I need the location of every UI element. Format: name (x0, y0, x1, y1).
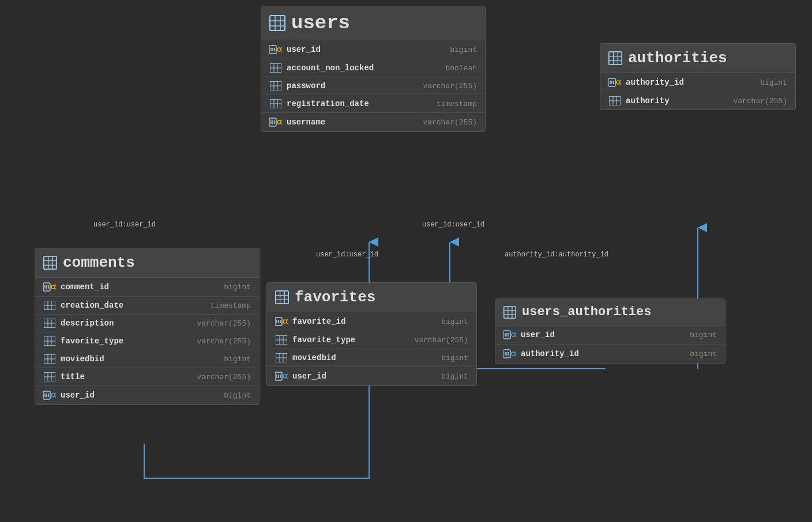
pk-fk-icon (275, 316, 288, 327)
col-icon (275, 335, 288, 345)
authorities-table-title: authorities (628, 50, 727, 67)
field-type: varchar(255) (423, 118, 477, 127)
relation-label-ua-authorities: authority_id:authority_id (505, 251, 608, 259)
field-name: description (61, 319, 192, 328)
authorities-table-icon (608, 51, 622, 65)
table-row: user_id bigint (261, 40, 485, 59)
field-type: varchar(255) (423, 82, 477, 90)
users-authorities-table-title: users_authorities (522, 305, 651, 319)
table-row: user_id bigint (267, 367, 476, 385)
svg-point-11 (277, 48, 281, 51)
svg-rect-52 (44, 256, 57, 269)
table-row: authority varchar(255) (600, 92, 795, 109)
table-row: description varchar(255) (35, 315, 259, 332)
field-type: bigint (441, 317, 468, 326)
field-type: timestamp (437, 100, 477, 108)
field-name: user_id (521, 330, 685, 339)
field-type: boolean (445, 64, 477, 73)
fk-icon (503, 349, 516, 359)
relation-label-ua-users: user_id:user_id (422, 221, 484, 229)
field-type: bigint (441, 372, 468, 381)
table-row: password varchar(255) (261, 77, 485, 95)
fk-icon (503, 330, 516, 340)
table-row: authority_id bigint (495, 345, 725, 363)
col-icon (608, 96, 621, 105)
svg-line-64 (55, 288, 56, 289)
svg-line-34 (281, 123, 282, 124)
field-name: registration_date (287, 99, 432, 108)
table-row: user_id bigint (35, 386, 259, 404)
comments-table-header: comments (35, 248, 259, 278)
table-row: creation_date timestamp (35, 297, 259, 315)
authorities-table-header: authorities (600, 44, 795, 73)
table-row: favorite_type varchar(255) (267, 331, 476, 349)
users-authorities-table-icon (503, 306, 516, 319)
table-row: title varchar(255) (35, 368, 259, 386)
svg-line-120 (287, 374, 288, 375)
diagram-canvas: users user_id bigint (0, 0, 812, 522)
col-icon (43, 354, 56, 364)
pk-fk-icon (269, 117, 282, 127)
table-row: moviedbid bigint (267, 349, 476, 367)
field-name: authority_id (521, 349, 685, 358)
field-type: varchar(255) (733, 97, 787, 105)
field-type: bigint (760, 78, 787, 87)
svg-line-141 (515, 351, 516, 353)
field-name: favorite_type (292, 335, 409, 345)
favorites-table-header: favorites (267, 283, 476, 312)
favorites-table-icon (275, 290, 289, 304)
field-type: bigint (690, 331, 717, 339)
svg-line-13 (281, 47, 282, 48)
field-type: bigint (224, 391, 251, 400)
svg-point-118 (283, 375, 287, 378)
field-name: account_non_locked (287, 63, 441, 73)
fk-icon (275, 371, 288, 381)
field-type: varchar(255) (197, 373, 251, 381)
svg-point-139 (512, 352, 515, 355)
table-row: username varchar(255) (261, 113, 485, 131)
field-type: bigint (450, 46, 477, 54)
relation-label-comments-users: user_id:user_id (93, 221, 156, 229)
field-name: title (61, 372, 192, 381)
svg-line-47 (620, 84, 621, 85)
svg-line-134 (515, 336, 516, 337)
field-type: varchar(255) (197, 337, 251, 346)
svg-point-131 (512, 333, 515, 336)
users-table-title: users (291, 12, 350, 34)
favorites-table: favorites favorite_id bigint (266, 282, 477, 386)
users-authorities-table-header: users_authorities (495, 299, 725, 326)
table-row: moviedbid bigint (35, 350, 259, 368)
svg-rect-35 (609, 52, 622, 65)
col-icon (269, 63, 282, 73)
field-name: moviedbid (292, 353, 437, 362)
svg-line-142 (515, 355, 516, 356)
svg-point-61 (51, 285, 55, 289)
field-name: user_id (292, 372, 437, 381)
field-type: timestamp (210, 301, 251, 310)
svg-rect-2 (270, 16, 285, 31)
table-row: account_non_locked boolean (261, 59, 485, 77)
svg-line-46 (620, 80, 621, 81)
comments-table-title: comments (63, 254, 135, 271)
pk-fk-icon (269, 44, 282, 55)
table-row: authority_id bigint (600, 73, 795, 92)
field-name: authority (626, 96, 728, 105)
relation-label-favorites-users: user_id:user_id (316, 251, 378, 259)
field-name: favorite_id (292, 317, 437, 326)
users-authorities-table: users_authorities user_id bigint (495, 298, 725, 364)
fk-icon (43, 390, 56, 400)
field-type: varchar(255) (197, 319, 251, 328)
pk-fk-icon (43, 282, 56, 292)
col-icon (43, 301, 56, 310)
svg-line-133 (515, 332, 516, 334)
pk-fk-icon (608, 77, 621, 88)
svg-line-63 (55, 285, 56, 286)
svg-point-102 (283, 320, 287, 323)
field-type: bigint (224, 283, 251, 292)
authorities-table: authorities authority_id bigint (600, 43, 796, 110)
field-name: user_id (287, 45, 445, 54)
svg-point-31 (277, 120, 281, 124)
table-row: favorite_id bigint (267, 312, 476, 331)
col-icon (275, 353, 288, 362)
field-name: moviedbid (61, 354, 219, 364)
